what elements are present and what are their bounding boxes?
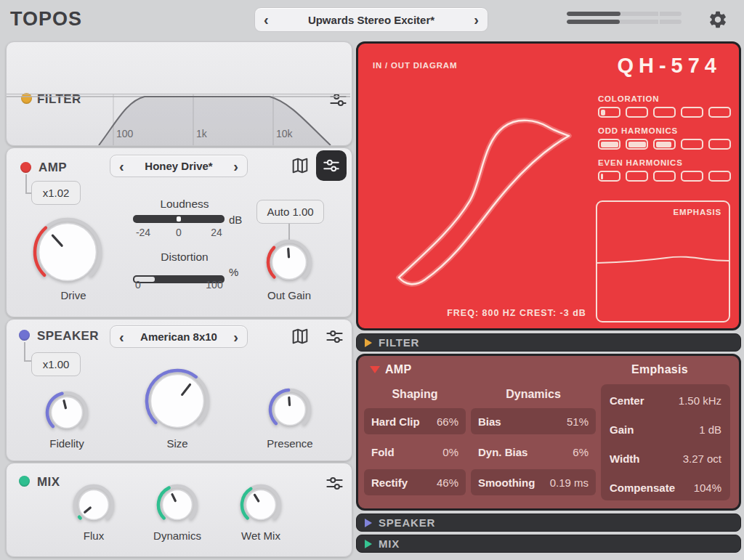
param-name: Gain	[610, 423, 634, 436]
mix-panel-title: MIX	[37, 475, 60, 490]
amp-enable-dot[interactable]	[20, 162, 31, 173]
emphasis-column: Center 1.50 kHz Gain 1 dB Width 3.27 oct…	[601, 384, 730, 500]
speaker-model-prev-button[interactable]: ‹	[119, 330, 124, 344]
auto-gain-value[interactable]: Auto 1.00	[256, 200, 324, 224]
section-bar-filter[interactable]: FILTER	[356, 333, 741, 352]
param-value: 66%	[437, 415, 458, 428]
param-row-rectify[interactable]: Rectify 46%	[364, 469, 466, 495]
loudness-ticks: -24 0 24	[133, 227, 225, 240]
odd-harmonics-meter	[598, 139, 731, 150]
speaker-settings-sliders-icon[interactable]	[325, 327, 344, 346]
filter-curve	[7, 94, 350, 145]
param-name: Hard Clip	[371, 415, 420, 428]
amp-input-multiplier[interactable]: x1.02	[31, 181, 81, 205]
shaping-column: Shaping Hard Clip 66% Fold 0% Rectify 46…	[364, 388, 466, 500]
wet-mix-knob-label: Wet Mix	[225, 529, 297, 542]
presence-knob[interactable]	[268, 388, 312, 434]
freq-tick-10k: 10k	[276, 128, 293, 139]
mix-settings-sliders-icon[interactable]	[325, 474, 344, 493]
speaker-model-next-button[interactable]: ›	[233, 330, 238, 344]
amp-model-name[interactable]: Honey Drive*	[145, 160, 212, 172]
led-segment	[598, 107, 620, 118]
led-segment	[708, 139, 731, 150]
amp-settings-sliders-button[interactable]	[316, 150, 347, 181]
amp-detail-panel: AMP Emphasis Shaping Hard Clip 66% Fold …	[356, 354, 741, 511]
emphasis-graph-label: EMPHASIS	[674, 208, 721, 216]
speaker-model-selector[interactable]: ‹ American 8x10 ›	[110, 325, 248, 348]
emphasis-curve	[597, 202, 729, 321]
amp-browse-map-icon[interactable]	[290, 155, 310, 176]
led-segment	[626, 139, 648, 150]
mix-enable-dot[interactable]	[19, 476, 30, 487]
amp-model-next-button[interactable]: ›	[233, 159, 238, 174]
param-row-gain[interactable]: Gain 1 dB	[601, 415, 730, 444]
loudness-tick: 24	[211, 227, 222, 238]
emphasis-column-header: Emphasis	[631, 363, 688, 376]
section-bar-mix[interactable]: MIX	[356, 535, 741, 553]
mix-panel: MIX Flux Dynamics Wet Mix	[6, 463, 352, 557]
amp-detail-title: AMP	[385, 363, 411, 376]
led-segment	[653, 139, 676, 150]
speaker-enable-dot[interactable]	[19, 330, 30, 341]
fidelity-knob[interactable]	[45, 391, 89, 437]
loudness-slider[interactable]	[133, 215, 225, 223]
shaping-header: Shaping	[364, 388, 466, 401]
distortion-unit: %	[229, 266, 238, 278]
led-segment	[708, 107, 731, 118]
drive-knob[interactable]	[33, 217, 102, 290]
expand-arrow-icon	[365, 540, 372, 548]
amp-detail-header[interactable]: AMP	[370, 363, 411, 376]
out-gain-knob-label: Out Gain	[253, 289, 326, 301]
amp-settings-sliders-icon	[322, 156, 341, 175]
section-bar-filter-label: FILTER	[379, 336, 419, 349]
param-row-hard-clip[interactable]: Hard Clip 66%	[364, 408, 466, 434]
param-name: Fold	[371, 446, 395, 458]
param-row-compensate[interactable]: Compensate 104%	[601, 473, 730, 502]
presence-knob-label: Presence	[254, 437, 326, 450]
loudness-unit: dB	[229, 214, 242, 226]
param-row-center[interactable]: Center 1.50 kHz	[601, 386, 730, 415]
led-segment	[653, 107, 676, 118]
preset-name[interactable]: Upwards Stereo Exciter*	[308, 14, 434, 26]
settings-gear-icon[interactable]	[708, 9, 728, 30]
plugin-window: TOPOS ‹ Upwards Stereo Exciter* › FILTER	[0, 0, 744, 560]
param-row-smoothing[interactable]: Smoothing 0.19 ms	[471, 469, 596, 495]
amp-model-prev-button[interactable]: ‹	[119, 159, 124, 174]
preset-selector[interactable]: ‹ Upwards Stereo Exciter* ›	[254, 7, 488, 32]
dynamics-header: Dynamics	[471, 388, 596, 401]
coloration-meter	[598, 107, 731, 118]
model-name: QH-574	[617, 54, 721, 78]
flux-knob[interactable]	[73, 484, 115, 529]
param-name: Rectify	[371, 476, 408, 489]
preset-prev-button[interactable]: ‹	[264, 12, 269, 27]
speaker-browse-map-icon[interactable]	[290, 326, 310, 346]
even-harmonics-meter	[598, 171, 731, 182]
filter-curve-graph[interactable]: 100 1k 10k	[7, 94, 350, 145]
wet-mix-knob[interactable]	[240, 484, 282, 529]
drive-knob-label: Drive	[37, 289, 110, 301]
speaker-model-name[interactable]: American 8x10	[140, 330, 217, 343]
param-value: 3.27 oct	[683, 453, 721, 465]
param-row-fold[interactable]: Fold 0%	[364, 439, 466, 465]
param-row-bias[interactable]: Bias 51%	[471, 408, 596, 434]
param-name: Bias	[478, 415, 501, 428]
led-segment	[598, 139, 620, 150]
size-knob[interactable]	[145, 368, 210, 437]
param-name: Width	[610, 453, 640, 465]
preset-next-button[interactable]: ›	[474, 12, 479, 27]
section-bar-speaker[interactable]: SPEAKER	[356, 514, 741, 532]
dynamics-knob-label: Dynamics	[141, 529, 214, 542]
amp-model-selector[interactable]: ‹ Honey Drive* ›	[110, 155, 248, 177]
param-row-dyn-bias[interactable]: Dyn. Bias 6%	[471, 439, 596, 465]
collapse-arrow-icon	[370, 366, 380, 373]
loudness-slider-handle[interactable]	[177, 216, 181, 222]
param-value: 104%	[694, 482, 721, 494]
speaker-input-multiplier[interactable]: x1.00	[31, 352, 81, 376]
param-value: 51%	[567, 415, 589, 428]
app-logo: TOPOS	[10, 8, 82, 31]
distortion-tick: 100	[206, 279, 222, 291]
param-row-width[interactable]: Width 3.27 oct	[601, 444, 730, 473]
led-segment	[653, 171, 676, 182]
out-gain-knob[interactable]	[266, 239, 312, 288]
dynamics-knob[interactable]	[156, 484, 198, 529]
